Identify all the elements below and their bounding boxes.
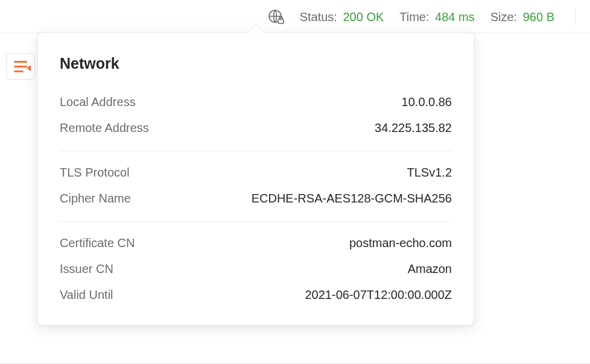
size-stat: Size: 960 B	[490, 10, 554, 24]
status-label: Status:	[300, 10, 337, 24]
globe-lock-icon[interactable]	[267, 8, 284, 25]
row-value: 2021-06-07T12:00:00.000Z	[305, 288, 452, 302]
row-label: Cipher Name	[60, 192, 131, 206]
row-remote-address: Remote Address 34.225.135.82	[60, 115, 452, 141]
network-section-tls: TLS Protocol TLSv1.2 Cipher Name ECDHE-R…	[60, 160, 452, 212]
row-label: Certificate CN	[60, 236, 135, 250]
divider	[60, 221, 452, 222]
row-label: Valid Until	[60, 288, 113, 302]
row-value: 10.0.0.86	[402, 95, 452, 109]
row-label: Remote Address	[60, 121, 149, 135]
popover-title: Network	[60, 55, 452, 72]
size-value[interactable]: 960 B	[523, 10, 554, 24]
row-value: postman-echo.com	[349, 236, 452, 250]
status-value[interactable]: 200 OK	[343, 10, 384, 24]
row-cipher-name: Cipher Name ECDHE-RSA-AES128-GCM-SHA256	[60, 186, 452, 212]
network-section-cert: Certificate CN postman-echo.com Issuer C…	[60, 230, 452, 308]
row-value: 34.225.135.82	[375, 121, 452, 135]
row-certificate-cn: Certificate CN postman-echo.com	[60, 230, 452, 256]
svg-rect-1	[278, 19, 284, 24]
toggle-sidebar-button[interactable]	[6, 53, 35, 80]
row-value: ECDHE-RSA-AES128-GCM-SHA256	[252, 192, 452, 206]
lines-icon	[14, 61, 27, 72]
row-label: Issuer CN	[60, 262, 113, 276]
row-value: Amazon	[408, 262, 452, 276]
divider	[60, 151, 452, 151]
row-label: Local Address	[60, 95, 136, 109]
network-popover: Network Local Address 10.0.0.86 Remote A…	[37, 33, 474, 325]
row-valid-until: Valid Until 2021-06-07T12:00:00.000Z	[60, 282, 452, 308]
status-stat: Status: 200 OK	[300, 10, 384, 24]
row-local-address: Local Address 10.0.0.86	[60, 89, 452, 115]
time-label: Time:	[399, 10, 429, 24]
row-label: TLS Protocol	[60, 166, 130, 180]
size-label: Size:	[490, 10, 517, 24]
time-value[interactable]: 484 ms	[435, 10, 475, 24]
time-stat: Time: 484 ms	[399, 10, 474, 24]
vertical-separator	[575, 8, 576, 25]
row-tls-protocol: TLS Protocol TLSv1.2	[60, 160, 452, 186]
status-bar: Status: 200 OK Time: 484 ms Size: 960 B	[0, 0, 590, 33]
row-issuer-cn: Issuer CN Amazon	[60, 256, 452, 282]
row-value: TLSv1.2	[407, 166, 452, 180]
network-section-addresses: Local Address 10.0.0.86 Remote Address 3…	[60, 89, 452, 141]
